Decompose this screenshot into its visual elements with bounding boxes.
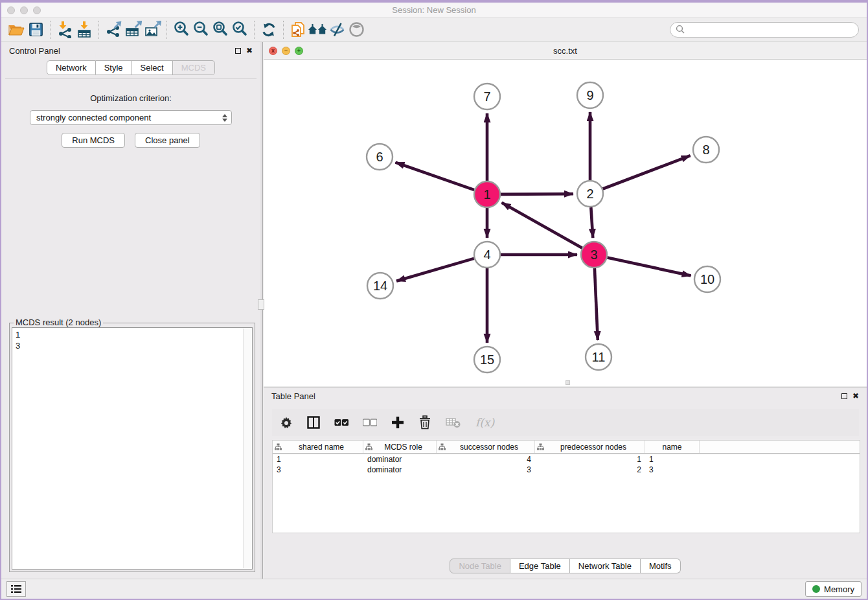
float-panel-icon[interactable]: [235, 48, 241, 54]
column-settings-button[interactable]: [280, 416, 293, 429]
edge-3-1[interactable]: [502, 203, 582, 248]
edge-3-11[interactable]: [595, 268, 598, 340]
hide-style-button[interactable]: [327, 20, 347, 40]
zoom-selected-icon: [231, 21, 249, 38]
table-row[interactable]: 1 dominator 4 1 1: [273, 454, 860, 465]
tab-mcds[interactable]: MCDS: [173, 60, 215, 75]
eye-icon: [347, 20, 366, 39]
tab-style[interactable]: Style: [96, 60, 132, 75]
node-2[interactable]: 2: [577, 181, 603, 207]
refresh-style-button[interactable]: [259, 20, 279, 40]
export-network-button[interactable]: [104, 20, 123, 40]
svg-text:14: 14: [373, 279, 387, 293]
network-resize-grip[interactable]: [565, 380, 570, 385]
search-input[interactable]: [670, 22, 859, 38]
column-header-mcds-role[interactable]: MCDS role: [363, 441, 437, 453]
cell-name: 3: [645, 465, 700, 474]
node-3[interactable]: 3: [581, 242, 607, 268]
network-canvas[interactable]: 7968124314101511: [264, 60, 867, 386]
tab-motifs[interactable]: Motifs: [641, 559, 681, 573]
table-panel: Table Panel ✖: [264, 387, 867, 579]
show-graphics-details-button[interactable]: [347, 20, 366, 40]
result-line: 3: [16, 340, 249, 351]
svg-text:6: 6: [376, 150, 383, 164]
mcds-result-textarea[interactable]: 1 3: [12, 327, 253, 570]
select-all-checkboxes-button[interactable]: [334, 419, 348, 426]
network-window-titlebar[interactable]: x − + scc.txt: [264, 42, 867, 60]
edge-1-6[interactable]: [396, 163, 475, 190]
delete-row-button[interactable]: [418, 415, 431, 430]
mcds-result-group: MCDS result (2 nodes) 1 3: [9, 323, 255, 572]
node-8[interactable]: 8: [693, 137, 719, 163]
node-10[interactable]: 10: [694, 266, 720, 292]
edge-1-2[interactable]: [501, 194, 573, 194]
node-14[interactable]: 14: [367, 273, 393, 299]
network-graph[interactable]: 7968124314101511: [264, 60, 866, 386]
close-panel-button[interactable]: Close panel: [135, 133, 200, 148]
column-header-shared-name[interactable]: shared name: [273, 441, 363, 453]
node-7[interactable]: 7: [474, 84, 500, 110]
tab-network-table[interactable]: Network Table: [570, 559, 641, 573]
main-toolbar: [1, 18, 867, 41]
add-row-button[interactable]: [391, 416, 404, 429]
mcds-panel-body: Optimization criterion: strongly connect…: [5, 78, 257, 575]
svg-text:7: 7: [483, 89, 490, 104]
zoom-fit-button[interactable]: [211, 20, 230, 40]
edge-4-14[interactable]: [396, 259, 474, 281]
node-table: shared name MCDS role successor nodes pr…: [272, 440, 860, 533]
zoom-in-button[interactable]: [172, 20, 191, 40]
panel-divider-grip[interactable]: [258, 299, 264, 310]
node-6[interactable]: 6: [367, 144, 393, 170]
tab-select[interactable]: Select: [132, 60, 173, 75]
edge-3-10[interactable]: [608, 258, 691, 276]
search-icon: [676, 25, 685, 34]
save-icon: [28, 21, 44, 38]
table-row[interactable]: 3 dominator 3 2 3: [273, 465, 860, 475]
home-layout-button[interactable]: [308, 20, 327, 40]
open-file-button[interactable]: [6, 20, 26, 40]
export-table-button[interactable]: [123, 20, 143, 40]
import-network-button[interactable]: [55, 20, 74, 40]
criterion-dropdown[interactable]: strongly connected component: [30, 110, 232, 125]
node-11[interactable]: 11: [586, 344, 611, 370]
zoom-out-button[interactable]: [191, 20, 211, 40]
node-1[interactable]: 1: [474, 181, 500, 207]
close-table-panel-icon[interactable]: ✖: [852, 392, 859, 400]
edge-2-8[interactable]: [603, 156, 691, 189]
list-icon: [11, 584, 21, 594]
export-image-button[interactable]: [143, 20, 162, 40]
run-mcds-button[interactable]: Run MCDS: [62, 133, 125, 148]
table-header-row: shared name MCDS role successor nodes pr…: [273, 441, 860, 454]
zoom-selected-button[interactable]: [230, 20, 249, 40]
node-9[interactable]: 9: [577, 82, 603, 108]
column-header-successor-nodes[interactable]: successor nodes: [437, 441, 535, 453]
save-session-button[interactable]: [26, 20, 45, 40]
node-15[interactable]: 15: [474, 347, 500, 373]
column-header-name[interactable]: name: [645, 441, 700, 453]
tab-node-table[interactable]: Node Table: [450, 559, 510, 573]
toolbar-separator: [283, 21, 284, 39]
function-builder-button[interactable]: f(x): [475, 416, 494, 429]
memory-button[interactable]: Memory: [805, 581, 862, 597]
cell-shared-name: 1: [273, 455, 363, 464]
close-panel-icon[interactable]: ✖: [246, 47, 253, 54]
clone-network-button[interactable]: [288, 20, 308, 40]
import-table-icon: [76, 21, 93, 38]
tab-network[interactable]: Network: [47, 60, 96, 75]
task-history-button[interactable]: [6, 581, 26, 597]
panel-divider[interactable]: [260, 42, 263, 579]
import-table-button[interactable]: [74, 20, 94, 40]
node-4[interactable]: 4: [474, 242, 500, 268]
column-header-predecessor-nodes[interactable]: predecessor nodes: [535, 441, 645, 453]
tab-edge-table[interactable]: Edge Table: [510, 559, 570, 573]
delete-table-button[interactable]: [446, 417, 461, 428]
edge-2-3[interactable]: [591, 207, 593, 238]
result-scrollbar[interactable]: [243, 329, 251, 568]
criterion-value: strongly connected component: [36, 113, 151, 122]
float-table-panel-icon[interactable]: [841, 393, 847, 399]
zoom-fit-icon: [212, 21, 229, 38]
deselect-all-checkboxes-button[interactable]: [363, 419, 377, 426]
split-columns-button[interactable]: [307, 416, 320, 429]
svg-text:10: 10: [700, 272, 714, 286]
svg-text:15: 15: [480, 352, 494, 367]
